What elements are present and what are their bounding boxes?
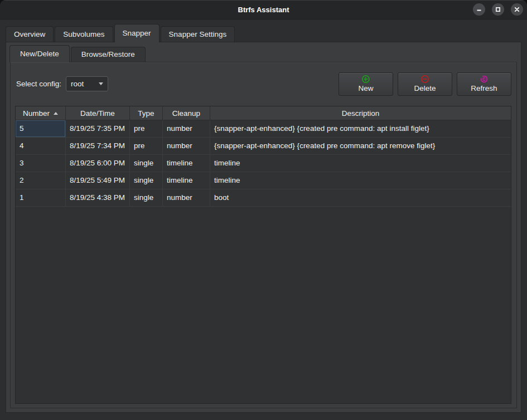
cell-cleanup[interactable]: number	[163, 138, 210, 154]
config-select-value: root	[71, 80, 84, 88]
cell-type[interactable]: single	[130, 172, 163, 189]
tab-snapper[interactable]: Snapper	[114, 24, 159, 42]
table-row[interactable]: 18/19/25 4:38 PMsinglenumberboot	[16, 189, 511, 207]
minus-circle-icon	[420, 74, 429, 84]
cell-cleanup[interactable]: number	[163, 189, 210, 206]
close-button[interactable]	[511, 3, 523, 16]
table-row[interactable]: 58/19/25 7:35 PMprenumber{snapper-apt-en…	[16, 120, 511, 138]
plus-circle-icon	[361, 74, 370, 84]
cell-number[interactable]: 3	[16, 155, 66, 172]
cell-description[interactable]: timeline	[210, 172, 511, 189]
table-body: 58/19/25 7:35 PMprenumber{snapper-apt-en…	[16, 120, 511, 403]
titlebar: Btrfs Assistant	[0, 0, 527, 19]
table-header: Number Date/Time Type Cleanup Descriptio…	[16, 106, 511, 120]
cell-type[interactable]: single	[130, 189, 163, 206]
snapshots-table: Number Date/Time Type Cleanup Descriptio…	[15, 106, 511, 404]
tab-subvolumes[interactable]: Subvolumes	[55, 26, 113, 42]
snapper-pane: New/Delete Browse/Restore Select config:…	[6, 42, 521, 413]
delete-button-label: Delete	[414, 84, 436, 92]
cell-number[interactable]: 2	[16, 172, 66, 189]
cell-number[interactable]: 5	[16, 120, 66, 137]
cell-number[interactable]: 4	[16, 138, 66, 154]
table-row[interactable]: 28/19/25 5:49 PMsingletimelinetimeline	[16, 172, 511, 189]
minimize-button[interactable]	[473, 3, 485, 16]
toolbar: Select config: root New	[16, 72, 511, 96]
cell-number[interactable]: 1	[16, 189, 66, 206]
tab-new-delete[interactable]: New/Delete	[9, 45, 70, 62]
cell-datetime[interactable]: 8/19/25 7:34 PM	[66, 138, 130, 154]
cell-type[interactable]: single	[130, 155, 163, 172]
cell-description[interactable]: {snapper-apt-enhanced} {created pre comm…	[210, 120, 511, 137]
cell-datetime[interactable]: 8/19/25 7:35 PM	[66, 120, 130, 137]
cell-description[interactable]: boot	[210, 189, 511, 206]
cell-datetime[interactable]: 8/19/25 4:38 PM	[66, 189, 130, 206]
column-header-cleanup[interactable]: Cleanup	[163, 106, 210, 120]
maximize-button[interactable]	[492, 3, 504, 16]
select-config-label: Select config:	[16, 80, 61, 88]
column-header-number[interactable]: Number	[16, 106, 66, 120]
cell-description[interactable]: {snapper-apt-enhanced} {created pre comm…	[210, 138, 511, 154]
window-title: Btrfs Assistant	[0, 0, 527, 19]
cell-cleanup[interactable]: timeline	[163, 155, 210, 172]
main-tab-bar: Overview Subvolumes Snapper Snapper Sett…	[6, 19, 521, 42]
maximize-icon	[495, 7, 501, 12]
delete-button[interactable]: Delete	[398, 72, 452, 96]
close-icon	[514, 7, 520, 12]
snapper-sub-tab-bar: New/Delete Browse/Restore	[9, 42, 147, 62]
chevron-down-icon	[99, 82, 103, 85]
tab-overview[interactable]: Overview	[6, 26, 54, 42]
cell-datetime[interactable]: 8/19/25 5:49 PM	[66, 172, 130, 189]
refresh-button[interactable]: Refresh	[457, 72, 511, 96]
tab-snapper-settings[interactable]: Snapper Settings	[161, 26, 235, 42]
cell-description[interactable]: timeline	[210, 155, 511, 172]
sort-ascending-icon	[54, 112, 58, 115]
config-select[interactable]: root	[66, 76, 108, 91]
column-header-type[interactable]: Type	[130, 106, 163, 120]
action-buttons: New Delete	[339, 72, 511, 96]
refresh-button-label: Refresh	[471, 84, 497, 92]
new-button-label: New	[358, 84, 373, 92]
column-header-description[interactable]: Description	[210, 106, 511, 120]
cell-type[interactable]: pre	[130, 138, 163, 154]
minimize-icon	[476, 7, 482, 12]
column-header-datetime[interactable]: Date/Time	[66, 106, 130, 120]
cell-type[interactable]: pre	[130, 120, 163, 137]
refresh-icon	[480, 74, 489, 84]
table-row[interactable]: 48/19/25 7:34 PMprenumber{snapper-apt-en…	[16, 138, 511, 155]
new-delete-pane: Select config: root New	[10, 62, 517, 408]
new-button[interactable]: New	[339, 72, 393, 96]
window-controls	[473, 3, 523, 16]
table-row[interactable]: 38/19/25 6:00 PMsingletimelinetimeline	[16, 155, 511, 172]
cell-cleanup[interactable]: number	[163, 120, 210, 137]
cell-datetime[interactable]: 8/19/25 6:00 PM	[66, 155, 130, 172]
screen: Btrfs Assistant Overview Subvolumes Snap…	[0, 0, 527, 420]
cell-cleanup[interactable]: timeline	[163, 172, 210, 189]
app-window: Btrfs Assistant Overview Subvolumes Snap…	[0, 0, 527, 420]
tab-browse-restore[interactable]: Browse/Restore	[71, 47, 146, 62]
